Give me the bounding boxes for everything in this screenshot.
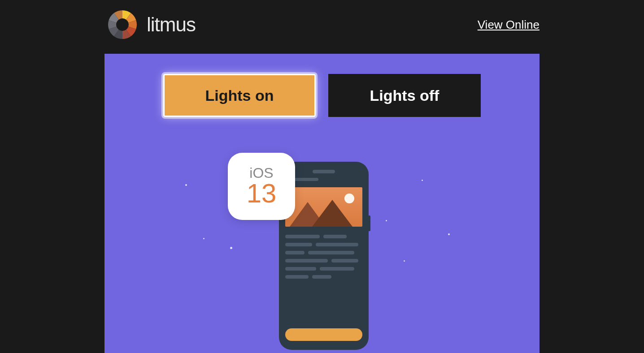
lights-on-button[interactable]: Lights on: [163, 74, 316, 117]
email-container: litmus View Online Lights on Lights off: [104, 0, 540, 353]
brand-logo: litmus: [104, 7, 196, 43]
litmus-logo-icon: [104, 7, 140, 43]
ios-badge-version: 13: [247, 180, 277, 207]
sparkle-icon: [230, 247, 232, 249]
phone-cta-icon: [285, 328, 362, 341]
brand-name: litmus: [147, 13, 196, 36]
email-header: litmus View Online: [104, 0, 540, 54]
phone-notch-icon: [313, 170, 335, 173]
sparkle-icon: [404, 260, 405, 262]
phone-text-lines: [285, 235, 362, 279]
sparkle-icon: [386, 220, 387, 221]
mountain-icon: [312, 200, 352, 227]
sparkle-icon: [448, 233, 450, 235]
lights-off-button[interactable]: Lights off: [328, 74, 481, 117]
view-online-link[interactable]: View Online: [478, 18, 540, 32]
sparkle-icon: [203, 238, 205, 239]
hero-illustration: iOS 13: [104, 153, 540, 353]
sparkle-icon: [185, 184, 187, 186]
phone-side-button-icon: [369, 215, 370, 231]
theme-toggle-row: Lights on Lights off: [104, 74, 540, 117]
ios-badge: iOS 13: [228, 153, 295, 220]
phone-hero-image-icon: [285, 187, 362, 227]
hero-section: Lights on Lights off: [104, 54, 540, 353]
sparkle-icon: [422, 180, 423, 181]
